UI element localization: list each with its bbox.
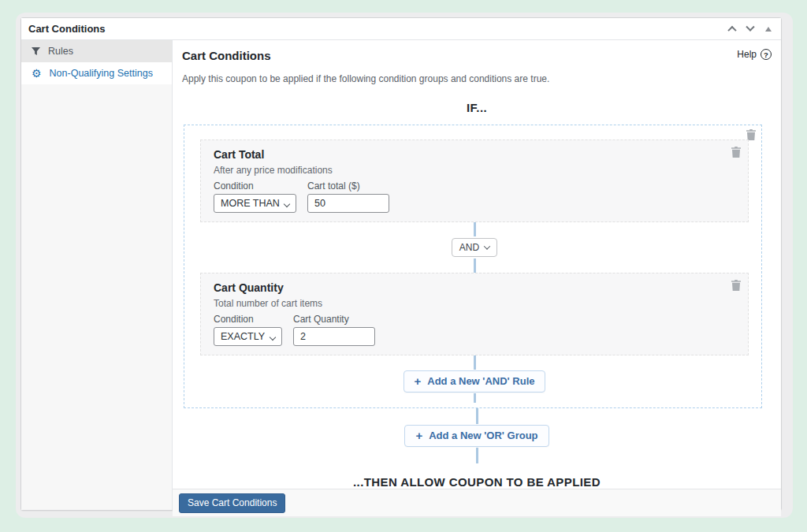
connector-line [476,448,478,463]
page-title: Cart Conditions [182,49,271,62]
toggle-panel-icon[interactable] [765,27,772,32]
trash-icon [746,129,756,140]
condition-select-label: Condition [214,314,282,325]
sidebar-item-rules[interactable]: Rules [21,40,172,62]
page-background: Cart Conditions Rules ⚙ Non-Qualifying S… [16,13,793,518]
delete-condition-button[interactable] [731,280,741,291]
description-text: Apply this coupon to be applied if the f… [182,73,772,84]
connector-line [474,393,476,403]
move-up-icon[interactable] [727,25,736,34]
connector-line [474,222,476,236]
help-label: Help [737,49,757,60]
if-label: IF... [182,101,772,114]
condition-type-select[interactable]: EXACTLY [214,327,282,346]
move-down-icon[interactable] [746,22,754,31]
cart-conditions-metabox: Cart Conditions Rules ⚙ Non-Qualifying S… [20,17,782,511]
condition-card-cart-quantity: Cart Quantity Total number of cart items… [200,273,749,355]
chevron-down-icon [484,243,490,249]
condition-value-label: Cart total ($) [307,180,389,192]
condition-type-select[interactable]: MORE THAN [214,194,296,213]
and-operator-label: AND [459,242,479,253]
add-and-rule-button[interactable]: + Add a New 'AND' Rule [404,370,546,392]
sidebar-item-label: Rules [48,46,73,57]
connector-line [476,408,478,424]
plus-icon: + [415,430,422,441]
save-cart-conditions-button[interactable]: Save Cart Conditions [179,493,285,513]
add-or-group-label: Add a New 'OR' Group [429,430,537,441]
rules-panel: Cart Conditions Help ? Apply this coupon… [173,40,781,489]
trash-icon [731,280,741,291]
delete-group-button[interactable] [746,129,756,140]
metabox-title: Cart Conditions [28,23,729,35]
delete-condition-button[interactable] [731,147,741,158]
cart-total-input[interactable] [307,194,389,213]
and-operator-dropdown[interactable]: AND [452,238,497,257]
plus-icon: + [415,375,422,387]
question-mark-icon: ? [761,49,772,60]
cart-quantity-input[interactable] [293,327,375,346]
metabox-controls [729,26,772,32]
filter-icon [32,47,40,56]
condition-group: Cart Total After any price modifications… [184,125,762,408]
add-or-connector: + Add a New 'OR' Group [182,408,772,463]
condition-subtitle: Total number of cart items [214,298,735,309]
connector-line [474,355,476,370]
gear-icon: ⚙ [32,68,42,79]
add-and-connector: + Add a New 'AND' Rule [200,355,749,403]
condition-select-label: Condition [214,180,296,192]
and-connector: AND [200,222,749,273]
content-area: Cart Conditions Help ? Apply this coupon… [173,40,781,510]
trash-icon [731,147,741,158]
condition-value-label: Cart Quantity [293,314,375,325]
add-and-rule-label: Add a New 'AND' Rule [427,375,534,387]
condition-title: Cart Total [214,148,735,161]
add-or-group-button[interactable]: + Add a New 'OR' Group [404,425,549,447]
connector-line [474,259,476,273]
condition-subtitle: After any price modifications [214,165,735,176]
help-button[interactable]: Help ? [737,49,772,60]
footer: Save Cart Conditions [173,489,781,516]
condition-card-cart-total: Cart Total After any price modifications… [200,140,749,222]
then-label: ...THEN ALLOW COUPON TO BE APPLIED [182,475,772,489]
sidebar: Rules ⚙ Non-Qualifying Settings [21,40,173,510]
sidebar-item-non-qualifying-settings[interactable]: ⚙ Non-Qualifying Settings [21,62,172,84]
sidebar-item-label: Non-Qualifying Settings [50,68,153,79]
condition-title: Cart Quantity [214,281,735,294]
metabox-header: Cart Conditions [21,18,781,40]
